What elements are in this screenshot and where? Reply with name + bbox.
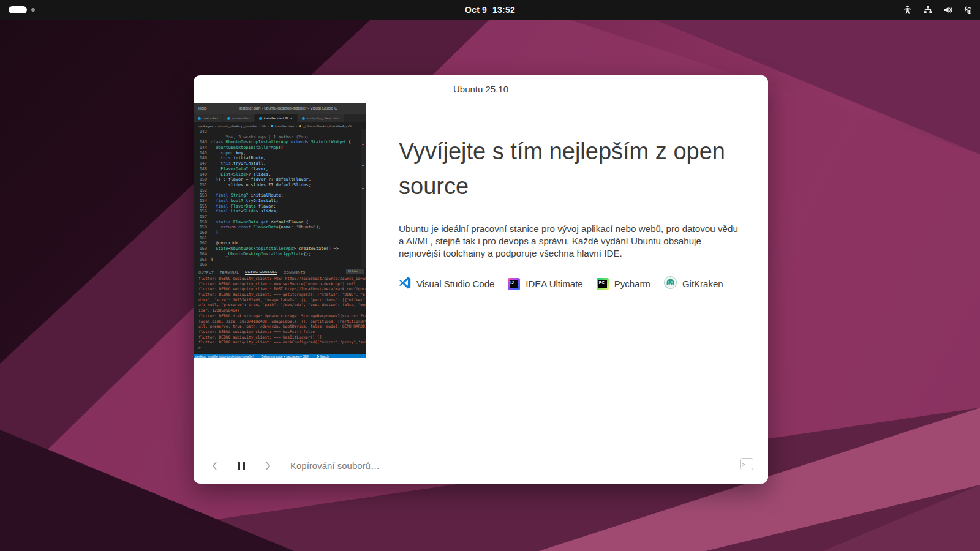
battery-icon[interactable] xyxy=(963,5,974,15)
next-slide-button[interactable] xyxy=(260,459,275,473)
gnome-top-bar: Oct 9 13:52 xyxy=(0,0,980,20)
ide-visual-studio-code: Visual Studio Code xyxy=(399,277,494,291)
ide-label: GitKraken xyxy=(682,279,723,289)
accessibility-icon[interactable] xyxy=(903,5,913,15)
idea-logo-icon: IJ xyxy=(508,278,520,290)
vscode-logo-icon xyxy=(399,277,411,291)
volume-icon[interactable] xyxy=(943,5,953,15)
terminal-button[interactable]: >_ xyxy=(740,458,753,470)
vscode-screenshot: Help installer.dart - ubuntu-desktop-ins… xyxy=(194,103,366,358)
vscode-help-menu: Help xyxy=(198,106,206,110)
vscode-tab: routes.dart xyxy=(223,114,255,122)
gitkraken-logo-icon xyxy=(664,276,677,291)
vscode-status-bar: desktop_installer (ubuntu-desktop-instal… xyxy=(194,354,366,358)
symbol-class-icon xyxy=(299,125,301,127)
install-status-text: Kopírování souborů… xyxy=(290,460,380,471)
vscode-breadcrumb: packages›ubuntu_desktop_installer›lib›in… xyxy=(194,122,366,129)
clock-menu[interactable]: Oct 9 13:52 xyxy=(0,0,980,20)
vscode-tab: installer.dartM× xyxy=(255,114,298,122)
dart-file-icon xyxy=(302,117,305,120)
previous-slide-button[interactable] xyxy=(207,459,222,473)
pycharm-logo-icon: PC xyxy=(597,278,609,290)
vscode-panel-tabs: OUTPUTTERMINALDEBUG CONSOLECOMMENTS xyxy=(194,268,366,277)
dialog-title: Ubuntu 25.10 xyxy=(453,84,508,94)
slide-heading: Vyvíjejte s tím nejlepším z open source xyxy=(399,134,751,204)
slide-body: Ubuntu je ideální pracovní stanice pro v… xyxy=(399,223,740,260)
clock-time: 13:52 xyxy=(492,5,515,15)
vscode-titlebar: Help installer.dart - ubuntu-desktop-ins… xyxy=(194,103,366,114)
dart-file-icon xyxy=(259,117,262,120)
vscode-tab-bar: main.dartroutes.dartinstaller.dartM×subi… xyxy=(194,114,366,122)
dialog-footer: Kopírování souborů… >_ xyxy=(194,448,768,484)
vscode-debug-console: flutter: DEBUG subiquity_client: POST ht… xyxy=(194,276,366,354)
dialog-header: Ubuntu 25.10 xyxy=(194,75,768,103)
dart-file-icon xyxy=(271,125,273,127)
ide-gitkraken: GitKraken xyxy=(664,276,723,291)
installer-dialog: Ubuntu 25.10 Help installer.dart - ubunt… xyxy=(194,75,768,484)
vscode-code-editor: 142 You, 3 weeks ago | 1 author (You)143… xyxy=(194,129,361,268)
ide-idea-ultimate: IJ IDEA Ultimate xyxy=(508,278,582,290)
pause-icon xyxy=(238,462,245,470)
desktop: { "top_bar": { "date": "Oct 9", "time": … xyxy=(0,0,980,551)
ide-label: IDEA Ultimate xyxy=(526,279,582,289)
ide-logo-row: Visual Studio Code IJ IDEA Ultimate PC P… xyxy=(399,276,739,291)
vscode-window-title: installer.dart - ubuntu-desktop-installe… xyxy=(212,106,364,110)
pause-slideshow-button[interactable] xyxy=(234,459,249,473)
vscode-tab: subiquity_client.dart xyxy=(298,114,344,122)
vscode-filter-box: Filter xyxy=(346,269,364,274)
vscode-minimap xyxy=(361,129,366,268)
close-tab-icon: × xyxy=(290,116,293,120)
slide-content: Vyvíjejte s tím nejlepším z open source … xyxy=(399,103,739,291)
ide-label: Pycharm xyxy=(614,279,650,289)
watch-icon xyxy=(317,355,319,358)
dart-file-icon xyxy=(227,117,230,120)
network-icon[interactable] xyxy=(923,5,933,15)
terminal-icon: >_ xyxy=(742,462,747,467)
system-tray[interactable] xyxy=(903,0,974,20)
clock-date: Oct 9 xyxy=(465,5,487,15)
vscode-tab: main.dart xyxy=(194,114,223,122)
ide-pycharm: PC Pycharm xyxy=(597,278,650,290)
ide-label: Visual Studio Code xyxy=(417,279,494,289)
dart-file-icon xyxy=(198,117,201,120)
